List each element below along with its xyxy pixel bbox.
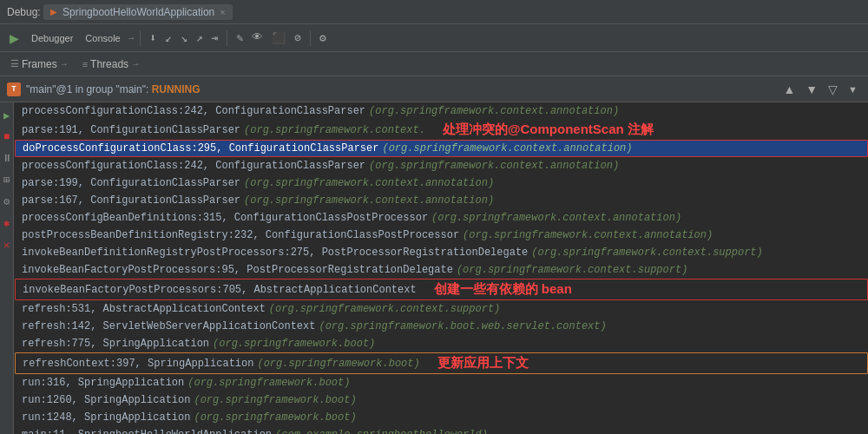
frame-class: (org.springframework.context.annotation) — [431, 212, 681, 224]
console-tab[interactable]: Console — [81, 31, 124, 45]
frame-class: (org.springframework.boot) — [213, 338, 375, 350]
frame-item[interactable]: refreshContext:397, SpringApplication(or… — [15, 352, 868, 374]
frame-class: (org.springframework.boot) — [194, 411, 356, 424]
frame-class: (org.springframework.boot) — [194, 394, 356, 406]
frame-method: run:1260, SpringApplication — [22, 394, 190, 406]
thread-name: "main"@1 in group "main": RUNNING — [26, 83, 201, 95]
debug-bar: Debug: ▶ SpringbootHelloWorldApplication… — [0, 0, 868, 24]
sub-toolbar: ☰ Frames → ≡ Threads → — [0, 52, 868, 76]
thread-dropdown-button[interactable]: ▼ — [845, 83, 861, 95]
resume-button[interactable]: ▶ — [5, 30, 23, 47]
frame-annotation: 创建一些有依赖的 bean — [434, 281, 572, 298]
frame-method: invokeBeanDefinitionRegistryPostProcesso… — [22, 247, 528, 259]
frame-method: processConfigBeanDefinitions:315, Config… — [22, 212, 428, 224]
frame-class: (org.springframework.boot) — [257, 358, 419, 370]
frame-item[interactable]: refresh:775, SpringApplication(org.sprin… — [15, 335, 868, 352]
frame-item[interactable]: invokeBeanFactoryPostProcessors:95, Post… — [15, 261, 868, 279]
frame-class: (org.springframework.context.annotation) — [244, 177, 494, 189]
frame-list: ▶ ■ ⏸ ⊞ ⚙ ✱ ✕ processConfigurationClass:… — [0, 102, 868, 434]
evaluate-icon[interactable]: ✎ — [233, 30, 246, 47]
frame-item[interactable]: run:1260, SpringApplication(org.springfr… — [15, 391, 868, 409]
frame-item[interactable]: postProcessBeanDefinitionRegistry:232, C… — [15, 227, 868, 244]
frame-method: invokeBeanFactoryPostProcessors:705, Abs… — [23, 284, 417, 296]
frame-annotation: 更新应用上下文 — [437, 355, 529, 372]
asterisk-sidebar-icon[interactable]: ✱ — [2, 215, 11, 232]
frame-item[interactable]: invokeBeanFactoryPostProcessors:705, Abs… — [15, 279, 868, 300]
step-over-icon[interactable]: ⬇ — [147, 30, 159, 47]
pause-sidebar-icon[interactable]: ⏸ — [0, 150, 14, 167]
frame-class: (org.springframework.context. — [244, 124, 425, 136]
thread-down-button[interactable]: ▼ — [802, 82, 821, 97]
arrow-right-icon: → — [128, 33, 135, 43]
running-badge: RUNNING — [152, 83, 201, 95]
frame-class: (com.example.springboothelloworld) — [275, 429, 488, 434]
debugger-tab[interactable]: Debugger — [27, 31, 77, 45]
frame-item[interactable]: processConfigurationClass:242, Configura… — [15, 102, 868, 120]
toolbar: ▶ Debugger Console → ⬇ ↙ ↘ ↗ ⇥ ✎ 👁 ⬛ ⊘ ⚙ — [0, 24, 868, 52]
mute-breakpoints-icon[interactable]: ⊘ — [292, 30, 304, 47]
close-tab-icon[interactable]: × — [220, 7, 225, 17]
view-sidebar-icon[interactable]: ⊞ — [2, 172, 11, 188]
threads-button[interactable]: ≡ Threads → — [79, 56, 143, 72]
frames-label: Frames — [22, 58, 57, 70]
frame-items-container: processConfigurationClass:242, Configura… — [15, 102, 868, 434]
thread-filter-button[interactable]: ▽ — [825, 82, 841, 97]
frame-method: refreshContext:397, SpringApplication — [23, 358, 253, 370]
frame-class: (org.springframework.context.support) — [531, 247, 762, 259]
thread-icon-text: T — [11, 85, 16, 94]
frame-method: processConfigurationClass:242, Configura… — [22, 160, 365, 172]
watches-icon[interactable]: 👁 — [249, 30, 266, 46]
breakpoints-icon[interactable]: ⬛ — [269, 30, 288, 47]
frame-class: (org.springframework.context.annotation) — [369, 105, 619, 117]
frame-item[interactable]: run:316, SpringApplication(org.springfra… — [15, 374, 868, 391]
thread-up-button[interactable]: ▲ — [779, 82, 799, 97]
frame-class: (org.springframework.context.annotation) — [369, 160, 619, 172]
threads-label: Threads — [90, 58, 128, 70]
frame-method: parse:199, ConfigurationClassParser — [22, 177, 240, 189]
frame-item[interactable]: processConfigBeanDefinitions:315, Config… — [15, 209, 868, 227]
frame-method: parse:167, ConfigurationClassParser — [22, 194, 240, 207]
threads-arrow-icon: → — [131, 59, 140, 69]
frame-class: (org.springframework.context.annotation) — [244, 194, 494, 207]
frame-method: run:1248, SpringApplication — [22, 411, 190, 424]
step-into-icon[interactable]: ↙ — [162, 30, 174, 47]
separator-1 — [140, 30, 141, 46]
separator-3 — [310, 30, 311, 46]
frame-item[interactable]: parse:191, ConfigurationClassParser(org.… — [15, 120, 868, 140]
frame-class: (org.springframework.context.annotation) — [382, 142, 632, 155]
frame-item[interactable]: parse:167, ConfigurationClassParser(org.… — [15, 192, 868, 209]
frame-method: processConfigurationClass:242, Configura… — [22, 105, 365, 117]
frame-method: postProcessBeanDefinitionRegistry:232, C… — [22, 229, 459, 241]
frame-method: main:11, SpringbootHelloWorldApplication — [22, 429, 272, 434]
close-sidebar-icon[interactable]: ✕ — [2, 237, 11, 253]
frame-item[interactable]: run:1248, SpringApplication(org.springfr… — [15, 409, 868, 426]
frames-arrow-icon: → — [60, 59, 69, 69]
frame-item[interactable]: main:11, SpringbootHelloWorldApplication… — [15, 426, 868, 434]
thread-status-bar: T "main"@1 in group "main": RUNNING ▲ ▼ … — [0, 76, 868, 102]
frame-item[interactable]: invokeBeanDefinitionRegistryPostProcesso… — [15, 244, 868, 261]
frames-button[interactable]: ☰ Frames → — [7, 56, 72, 72]
frame-method: doProcessConfigurationClass:295, Configu… — [23, 142, 378, 155]
frame-item[interactable]: parse:199, ConfigurationClassParser(org.… — [15, 174, 868, 192]
frame-class: (org.springframework.boot) — [187, 377, 350, 389]
debug-label: Debug: — [7, 6, 41, 18]
frame-method: refresh:775, SpringApplication — [22, 338, 209, 350]
force-step-into-icon[interactable]: ↘ — [178, 30, 190, 47]
gear-sidebar-icon[interactable]: ⚙ — [2, 194, 11, 210]
frame-class: (org.springframework.boot.web.servlet.co… — [319, 320, 606, 332]
step-out-icon[interactable]: ↗ — [194, 30, 206, 47]
resume-sidebar-icon[interactable]: ▶ — [2, 108, 11, 124]
separator-2 — [227, 30, 227, 46]
frame-item[interactable]: doProcessConfigurationClass:295, Configu… — [15, 140, 868, 157]
frame-item[interactable]: refresh:142, ServletWebServerApplication… — [15, 318, 868, 335]
stop-sidebar-icon[interactable]: ■ — [2, 129, 11, 145]
run-to-cursor-icon[interactable]: ⇥ — [209, 30, 221, 47]
frame-class: (org.springframework.context.support) — [269, 303, 500, 315]
frame-method: refresh:142, ServletWebServerApplication… — [22, 320, 315, 332]
app-tab[interactable]: ▶ SpringbootHelloWorldApplication × — [43, 4, 233, 20]
frame-item[interactable]: processConfigurationClass:242, Configura… — [15, 157, 868, 174]
frame-method: refresh:531, AbstractApplicationContext — [22, 303, 266, 315]
left-sidebar-icons: ▶ ■ ⏸ ⊞ ⚙ ✱ ✕ — [0, 102, 14, 434]
settings-icon[interactable]: ⚙ — [317, 30, 329, 47]
frame-item[interactable]: refresh:531, AbstractApplicationContext(… — [15, 300, 868, 318]
